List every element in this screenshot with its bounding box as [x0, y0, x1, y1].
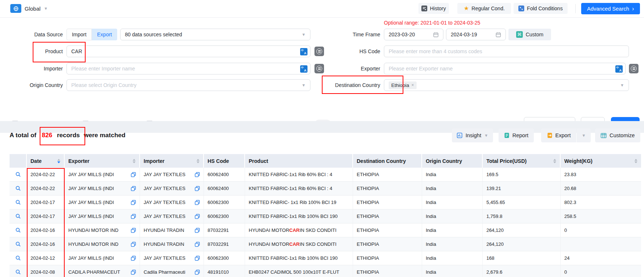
- sort-icon[interactable]: [553, 159, 556, 163]
- weight-cell: 258.5: [561, 209, 641, 223]
- data-source-select[interactable]: 80 data sources selected ▼: [120, 29, 310, 40]
- column-header-importer[interactable]: Importer: [140, 154, 204, 168]
- insight-button[interactable]: Insight ▼: [452, 128, 493, 142]
- product-input[interactable]: CAR 中 A: [66, 45, 310, 57]
- importer-name[interactable]: HYUNDAI TRADIN: [144, 241, 184, 247]
- view-detail-icon[interactable]: [15, 214, 21, 219]
- copy-icon[interactable]: [129, 214, 136, 219]
- sort-icon[interactable]: [57, 159, 60, 163]
- search-panel: Data Source Import Export 80 data source…: [0, 17, 644, 121]
- sort-icon[interactable]: [133, 159, 136, 163]
- sort-icon[interactable]: [634, 159, 637, 163]
- importer-name[interactable]: JAY JAY TEXTILES: [144, 186, 186, 191]
- copy-icon[interactable]: [129, 256, 136, 261]
- date-to-input[interactable]: 2024-03-19: [446, 29, 506, 40]
- customize-button[interactable]: Customize: [595, 128, 640, 142]
- advanced-search-button[interactable]: Advanced Search ›: [581, 3, 640, 14]
- copy-icon[interactable]: [193, 242, 200, 247]
- total-price-cell: 139.21: [483, 182, 561, 195]
- exporter-name[interactable]: HYUNDAI MOTOR IND: [68, 241, 118, 247]
- customize-icon: [601, 133, 607, 138]
- custom-range-button[interactable]: ⌘ Custom: [508, 29, 551, 40]
- importer-name[interactable]: JAY JAY TEXTILES: [144, 172, 186, 177]
- export-dropdown-button[interactable]: ▼: [577, 128, 591, 142]
- translate-icon[interactable]: 中 A: [300, 48, 307, 55]
- copy-icon[interactable]: [193, 256, 200, 261]
- insight-label: Insight: [465, 132, 481, 138]
- translate-icon[interactable]: 中 A: [300, 65, 307, 73]
- remove-tag-icon[interactable]: ×: [411, 83, 414, 88]
- view-detail-icon[interactable]: [15, 227, 21, 233]
- translate-icon[interactable]: 中 A: [615, 65, 623, 73]
- importer-name[interactable]: JAY JAY TEXTILES: [144, 255, 186, 261]
- row-detail-cell: [10, 168, 27, 181]
- exact-match-icon[interactable]: [629, 64, 638, 73]
- view-detail-icon[interactable]: [15, 241, 21, 247]
- history-button[interactable]: History: [418, 3, 449, 14]
- copy-icon[interactable]: [193, 172, 200, 177]
- copy-icon[interactable]: [129, 228, 136, 233]
- star-icon: ★: [464, 6, 469, 11]
- copy-icon[interactable]: [193, 228, 200, 233]
- exporter-name[interactable]: JAY JAY MILLS (INDI: [68, 172, 114, 177]
- report-button[interactable]: Report: [499, 128, 534, 142]
- importer-name[interactable]: Cadila Pharmaceuti: [144, 269, 185, 275]
- copy-icon[interactable]: [193, 200, 200, 205]
- copy-icon[interactable]: [129, 186, 136, 191]
- exporter-name[interactable]: JAY JAY MILLS (INDI: [68, 200, 114, 205]
- import-toggle[interactable]: Import: [66, 29, 92, 40]
- copy-icon[interactable]: [193, 270, 200, 275]
- view-detail-icon[interactable]: [15, 255, 21, 261]
- importer-name[interactable]: JAY JAY TEXTILES: [144, 200, 186, 205]
- copy-icon[interactable]: [129, 242, 136, 247]
- importer-input[interactable]: Please enter Importer name 中 A: [66, 63, 310, 74]
- date-from-input[interactable]: 2023-03-20: [384, 29, 443, 40]
- column-header-exporter[interactable]: Exporter: [65, 154, 140, 168]
- exporter-name[interactable]: HYUNDAI MOTOR IND: [68, 227, 118, 233]
- weight-cell: 24: [561, 251, 641, 265]
- copy-icon[interactable]: [129, 172, 136, 177]
- column-header-total-price-usd[interactable]: Total Price(USD): [483, 154, 561, 168]
- view-detail-icon[interactable]: [15, 186, 21, 191]
- fold-conditions-button[interactable]: Fold Conditions: [514, 3, 568, 14]
- copy-icon[interactable]: [193, 214, 200, 219]
- origin-country-cell: India: [422, 196, 483, 209]
- date-from-value: 2023-03-20: [389, 32, 415, 37]
- view-detail-icon[interactable]: [15, 172, 21, 177]
- importer-name[interactable]: HYUNDAI TRADIN: [144, 227, 184, 233]
- region-selector[interactable]: Global ▼: [10, 3, 48, 14]
- destination-country-select[interactable]: Ethiopia × ▼: [384, 79, 629, 91]
- origin-country-cell: India: [422, 251, 483, 265]
- table-row: 2024-02-17JAY JAY MILLS (INDIJAY JAY TEX…: [10, 209, 641, 223]
- exporter-name[interactable]: CADILA PHARMACEUT: [68, 269, 120, 275]
- view-detail-icon[interactable]: [15, 269, 21, 275]
- column-header-date[interactable]: Date: [27, 154, 65, 168]
- weight-cell: 0: [561, 223, 641, 237]
- copy-icon[interactable]: [129, 270, 136, 275]
- product-cell: KNITTED FABRIC-1x1 Rib 60% BCI : 4: [245, 168, 353, 181]
- column-header-hs-code: HS Code: [204, 154, 245, 168]
- total-price-cell: 5,455.65: [483, 196, 561, 209]
- regular-cond-button[interactable]: ★ Regular Cond.: [457, 3, 511, 14]
- export-toggle[interactable]: Export: [92, 29, 117, 40]
- total-price-cell: 2,679.6: [483, 265, 561, 277]
- exporter-name[interactable]: JAY JAY MILLS (INDI: [68, 214, 114, 219]
- copy-icon[interactable]: [193, 186, 200, 191]
- hs-code-placeholder: Please enter more than 4 customs codes: [389, 48, 482, 54]
- annotation-date-column-box: [27, 168, 65, 277]
- hs-code-input[interactable]: Please enter more than 4 customs codes: [384, 45, 629, 57]
- view-detail-icon[interactable]: [15, 200, 21, 205]
- export-button[interactable]: Export: [541, 128, 576, 142]
- highlighted-term: CAR: [289, 241, 299, 247]
- exporter-cell: HYUNDAI MOTOR IND: [65, 237, 140, 251]
- exporter-name[interactable]: JAY JAY MILLS (INDI: [68, 255, 114, 261]
- importer-name[interactable]: JAY JAY TEXTILES: [144, 214, 186, 219]
- exporter-name[interactable]: JAY JAY MILLS (INDI: [68, 186, 114, 191]
- sort-icon[interactable]: [197, 159, 199, 163]
- origin-country-cell: India: [422, 209, 483, 223]
- copy-icon[interactable]: [129, 200, 136, 205]
- product-cell: KNITTED FABRIC- 1x1 Rib 100% BCI 19: [245, 196, 353, 209]
- exporter-input[interactable]: Please enter Exporter name 中 A: [384, 63, 626, 74]
- origin-country-select[interactable]: Please select Origin Country ▼: [66, 79, 310, 91]
- column-header-weight-kg[interactable]: Weight(KG): [561, 154, 641, 168]
